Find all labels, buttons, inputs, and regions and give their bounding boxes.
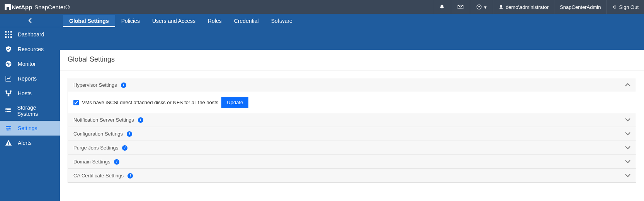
svg-rect-10	[10, 36, 12, 38]
info-icon[interactable]: i	[138, 117, 143, 123]
user-menu[interactable]: demo\administrator	[493, 0, 554, 14]
panel-label: Configuration Settings	[73, 131, 123, 137]
sidebar: Dashboard Resources Monitor Reports Host…	[0, 14, 60, 201]
panel-cacert: CA Certificate Settings i	[68, 168, 636, 183]
sidebar-item-settings[interactable]: Settings	[0, 121, 60, 136]
tab-label: Global Settings	[69, 18, 109, 24]
svg-rect-5	[5, 34, 7, 35]
panel-purge-header[interactable]: Purge Jobs Settings i	[68, 141, 636, 155]
sidebar-item-monitor[interactable]: Monitor	[0, 57, 60, 71]
tab-label: Credential	[234, 18, 259, 24]
sliders-icon	[5, 125, 12, 132]
sidebar-item-storage[interactable]: Storage Systems	[0, 101, 60, 121]
notifications-button[interactable]	[433, 0, 451, 14]
netapp-logo: NetApp	[5, 4, 32, 10]
user-icon	[499, 5, 503, 9]
sub-header-space	[60, 27, 644, 50]
pulse-icon	[5, 60, 12, 67]
sidebar-item-label: Alerts	[18, 140, 32, 146]
sidebar-item-dashboard[interactable]: Dashboard	[0, 27, 60, 42]
svg-rect-23	[8, 144, 9, 145]
tab-label: Software	[271, 18, 292, 24]
user-label: demo\administrator	[506, 4, 549, 10]
role-label-area[interactable]: SnapCenterAdmin	[554, 0, 606, 14]
svg-rect-22	[8, 142, 9, 144]
alert-icon	[5, 139, 12, 146]
mail-icon	[457, 5, 464, 9]
svg-point-18	[7, 111, 7, 112]
top-header: NetApp SnapCenter® ? ▾ demo\administrato…	[0, 0, 644, 14]
sidebar-item-label: Dashboard	[18, 31, 44, 38]
chart-icon	[5, 75, 12, 82]
sidebar-item-label: Hosts	[18, 90, 32, 96]
chevron-down-icon	[625, 159, 630, 165]
mail-button[interactable]	[451, 0, 470, 14]
panel-hypervisor-header[interactable]: Hypervisor Settings i	[68, 78, 636, 92]
info-icon[interactable]: i	[127, 131, 132, 137]
svg-rect-14	[8, 94, 10, 96]
brand-company: NetApp	[12, 4, 32, 10]
panel-purge: Purge Jobs Settings i	[68, 141, 636, 155]
svg-point-19	[7, 126, 8, 127]
panel-domain-header[interactable]: Domain Settings i	[68, 155, 636, 168]
chevron-down-icon	[625, 117, 630, 123]
sidebar-item-reports[interactable]: Reports	[0, 71, 60, 86]
svg-point-20	[9, 128, 10, 129]
help-icon: ?	[476, 4, 482, 10]
tab-users-access[interactable]: Users and Access	[146, 15, 202, 27]
svg-rect-12	[6, 91, 8, 93]
vms-iscsi-label: VMs have iSCSI direct attached disks or …	[82, 100, 218, 105]
signout-label: Sign Out	[619, 4, 639, 10]
tab-policies[interactable]: Policies	[115, 15, 146, 27]
brand: NetApp SnapCenter®	[5, 4, 70, 10]
info-icon[interactable]: i	[121, 82, 126, 88]
storage-icon	[5, 107, 12, 114]
signout-button[interactable]: Sign Out	[606, 0, 644, 14]
svg-rect-6	[8, 34, 9, 35]
info-icon[interactable]: i	[122, 145, 127, 151]
vms-iscsi-checkbox[interactable]	[73, 100, 79, 105]
chevron-left-icon	[28, 18, 32, 23]
tab-label: Roles	[208, 18, 222, 24]
panel-hypervisor-body: VMs have iSCSI direct attached disks or …	[68, 92, 636, 113]
signout-icon	[612, 5, 617, 9]
page-title: Global Settings	[60, 50, 644, 71]
chevron-down-icon	[625, 173, 630, 179]
panel-configuration-header[interactable]: Configuration Settings i	[68, 127, 636, 141]
brand-product: SnapCenter®	[34, 4, 70, 10]
tab-roles[interactable]: Roles	[202, 15, 228, 27]
sidebar-item-resources[interactable]: Resources	[0, 42, 60, 57]
tab-software[interactable]: Software	[265, 15, 299, 27]
panel-label: Purge Jobs Settings	[73, 145, 118, 151]
tab-label: Users and Access	[152, 18, 195, 24]
panel-hypervisor: Hypervisor Settings i VMs have iSCSI dir…	[68, 78, 636, 113]
grid-icon	[5, 31, 12, 38]
svg-rect-4	[10, 31, 12, 33]
info-icon[interactable]: i	[127, 173, 133, 179]
chevron-up-icon	[625, 82, 630, 88]
tab-global-settings[interactable]: Global Settings	[63, 15, 115, 27]
panel-label: Notification Server Settings	[73, 117, 134, 123]
tab-credential[interactable]: Credential	[228, 15, 265, 27]
sidebar-collapse-button[interactable]	[0, 14, 60, 27]
svg-rect-13	[10, 91, 12, 93]
update-button[interactable]: Update	[221, 97, 248, 108]
info-icon[interactable]: i	[114, 159, 119, 165]
panels-container: Hypervisor Settings i VMs have iSCSI dir…	[60, 71, 644, 186]
sidebar-item-hosts[interactable]: Hosts	[0, 86, 60, 101]
help-button[interactable]: ? ▾	[470, 0, 493, 14]
panel-notification-header[interactable]: Notification Server Settings i	[68, 113, 636, 127]
tab-label: Policies	[121, 18, 140, 24]
chevron-down-icon	[625, 131, 630, 137]
panel-cacert-header[interactable]: CA Certificate Settings i	[68, 169, 636, 182]
sidebar-item-label: Monitor	[18, 61, 36, 67]
panel-label: Domain Settings	[73, 159, 110, 165]
panel-notification: Notification Server Settings i	[68, 113, 636, 127]
sidebar-item-alerts[interactable]: Alerts	[0, 136, 60, 150]
host-icon	[5, 90, 12, 97]
svg-text:?: ?	[478, 5, 480, 9]
bell-icon	[439, 4, 445, 10]
svg-rect-7	[10, 34, 12, 35]
sidebar-item-label: Storage Systems	[17, 105, 55, 117]
tab-strip: Global Settings Policies Users and Acces…	[60, 14, 644, 27]
